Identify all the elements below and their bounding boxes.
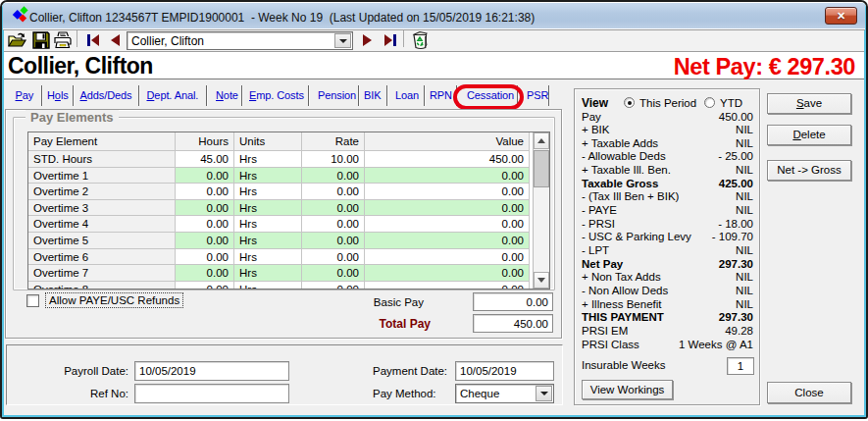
ytd-label[interactable]: YTD	[720, 97, 742, 109]
cell-pay-element[interactable]: Overtime 8	[28, 282, 176, 289]
cell-rate[interactable]: 10.00	[302, 151, 365, 168]
basic-pay-field[interactable]: 0.00	[473, 292, 553, 311]
cell-units[interactable]: Hrs	[234, 168, 302, 184]
cell-hours[interactable]: 45.00	[176, 151, 234, 168]
pay-element-row[interactable]: Overtime 60.00Hrs0.000.00	[28, 249, 530, 266]
cell-pay-element[interactable]: STD. Hours	[28, 151, 176, 168]
view-workings-button[interactable]: View Workings	[582, 380, 673, 399]
nav-last-icon[interactable]	[383, 30, 397, 50]
cell-units[interactable]: Hrs	[234, 216, 302, 233]
cell-rate[interactable]: 0.00	[302, 216, 365, 233]
tab-psr[interactable]: PSR	[527, 89, 548, 101]
pay-element-row[interactable]: Overtime 40.00Hrs0.000.00	[28, 216, 530, 233]
tab-rpn[interactable]: RPN	[430, 89, 452, 101]
close-window-button[interactable]: Close	[767, 382, 851, 403]
pay-element-row[interactable]: Overtime 20.00Hrs0.000.00	[28, 184, 530, 200]
pay-element-row[interactable]: STD. Hours45.00Hrs10.00450.00	[28, 151, 530, 168]
tab-emp-costs[interactable]: Emp. Costs	[249, 89, 304, 101]
cell-value[interactable]: 0.00	[365, 282, 530, 289]
pay-method-dropdown-button[interactable]	[536, 386, 552, 401]
total-pay-field[interactable]: 450.00	[473, 314, 553, 333]
cell-units[interactable]: Hrs	[234, 265, 302, 282]
cell-hours[interactable]: 0.00	[176, 233, 234, 249]
open-folder-icon[interactable]	[8, 30, 27, 50]
save-icon[interactable]	[31, 30, 51, 50]
employee-combo-dropdown-button[interactable]	[334, 33, 351, 48]
employee-combo[interactable]: Collier, Clifton	[127, 31, 353, 50]
pay-element-row[interactable]: Overtime 10.00Hrs0.000.00	[28, 168, 530, 184]
scroll-down-button[interactable]	[534, 272, 549, 289]
recycle-bin-icon[interactable]	[411, 30, 431, 50]
tab-loan[interactable]: Loan	[395, 89, 419, 101]
pay-element-row[interactable]: Overtime 80.00Hrs0.000.00	[28, 282, 530, 289]
cell-hours[interactable]: 0.00	[176, 265, 234, 282]
cell-value[interactable]: 0.00	[365, 168, 530, 184]
scroll-up-button[interactable]	[534, 132, 549, 149]
print-icon[interactable]	[53, 30, 73, 50]
tab-hols[interactable]: Hols	[47, 89, 69, 101]
cell-rate[interactable]: 0.00	[302, 184, 365, 200]
cell-units[interactable]: Hrs	[234, 151, 302, 168]
cell-hours[interactable]: 0.00	[176, 282, 234, 289]
cell-units[interactable]: Hrs	[234, 200, 302, 217]
cell-pay-element[interactable]: Overtime 7	[28, 265, 176, 282]
cell-units[interactable]: Hrs	[234, 282, 302, 289]
cell-units[interactable]: Hrs	[234, 184, 302, 200]
cell-value[interactable]: 450.00	[365, 151, 530, 168]
cell-value[interactable]: 0.00	[365, 249, 530, 266]
this-period-label[interactable]: This Period	[639, 97, 696, 109]
cell-rate[interactable]: 0.00	[302, 249, 365, 266]
tab-bik[interactable]: BIK	[364, 89, 381, 101]
cell-pay-element[interactable]: Overtime 1	[28, 168, 176, 184]
nav-next-icon[interactable]	[362, 30, 374, 50]
close-button[interactable]: ✕	[825, 7, 857, 25]
tab-dept-anal[interactable]: Dept. Anal.	[147, 89, 199, 101]
scrollbar-thumb[interactable]	[534, 150, 549, 187]
allow-refunds-checkbox[interactable]	[26, 294, 39, 307]
delete-button[interactable]: Delete	[767, 125, 851, 145]
cell-pay-element[interactable]: Overtime 5	[28, 233, 176, 249]
payment-date-field[interactable]: 10/05/2019	[455, 361, 554, 381]
cell-value[interactable]: 0.00	[365, 200, 530, 217]
tab-pension[interactable]: Pension	[318, 89, 356, 101]
cell-value[interactable]: 0.00	[365, 216, 530, 233]
pay-element-row[interactable]: Overtime 30.00Hrs0.000.00	[28, 200, 530, 217]
cell-hours[interactable]: 0.00	[176, 184, 234, 200]
cell-hours[interactable]: 0.00	[176, 200, 234, 217]
insurable-weeks-field[interactable]: 1	[727, 357, 754, 375]
cell-units[interactable]: Hrs	[234, 249, 302, 266]
save-button[interactable]: Save	[767, 93, 851, 114]
cell-rate[interactable]: 0.00	[302, 200, 365, 217]
cell-rate[interactable]: 0.00	[302, 265, 365, 282]
cell-pay-element[interactable]: Overtime 6	[28, 249, 176, 266]
tab-adds-deds[interactable]: Adds/Deds	[80, 89, 132, 101]
table-scrollbar[interactable]	[533, 132, 549, 289]
summary-line-value: NIL	[736, 244, 753, 256]
cell-hours[interactable]: 0.00	[176, 249, 234, 266]
pay-element-row[interactable]: Overtime 50.00Hrs0.000.00	[28, 233, 530, 249]
cell-pay-element[interactable]: Overtime 4	[28, 216, 176, 233]
cell-pay-element[interactable]: Overtime 2	[28, 184, 176, 200]
nav-first-icon[interactable]	[86, 30, 100, 50]
cell-hours[interactable]: 0.00	[176, 216, 234, 233]
ref-no-field[interactable]	[134, 384, 289, 403]
pay-method-combo[interactable]: Cheque	[455, 384, 554, 403]
cell-value[interactable]: 0.00	[365, 233, 530, 249]
tab-note[interactable]: Note	[216, 89, 238, 101]
cell-hours[interactable]: 0.00	[176, 168, 234, 184]
payroll-date-field[interactable]: 10/05/2019	[134, 361, 289, 381]
pay-element-row[interactable]: Overtime 70.00Hrs0.000.00	[28, 265, 530, 282]
cell-rate[interactable]: 0.00	[302, 168, 365, 184]
cell-value[interactable]: 0.00	[365, 265, 530, 282]
cell-rate[interactable]: 0.00	[302, 282, 365, 289]
nav-previous-icon[interactable]	[109, 30, 121, 50]
cell-rate[interactable]: 0.00	[302, 233, 365, 249]
tab-pay[interactable]: Pay	[16, 89, 34, 101]
this-period-radio[interactable]	[624, 97, 635, 108]
cell-pay-element[interactable]: Overtime 3	[28, 200, 176, 217]
allow-refunds-label[interactable]: Allow PAYE/USC Refunds	[45, 292, 183, 308]
net-to-gross-button[interactable]: Net -> Gross	[767, 160, 851, 181]
cell-units[interactable]: Hrs	[234, 233, 302, 249]
ytd-radio[interactable]	[704, 97, 715, 108]
cell-value[interactable]: 0.00	[365, 184, 530, 200]
